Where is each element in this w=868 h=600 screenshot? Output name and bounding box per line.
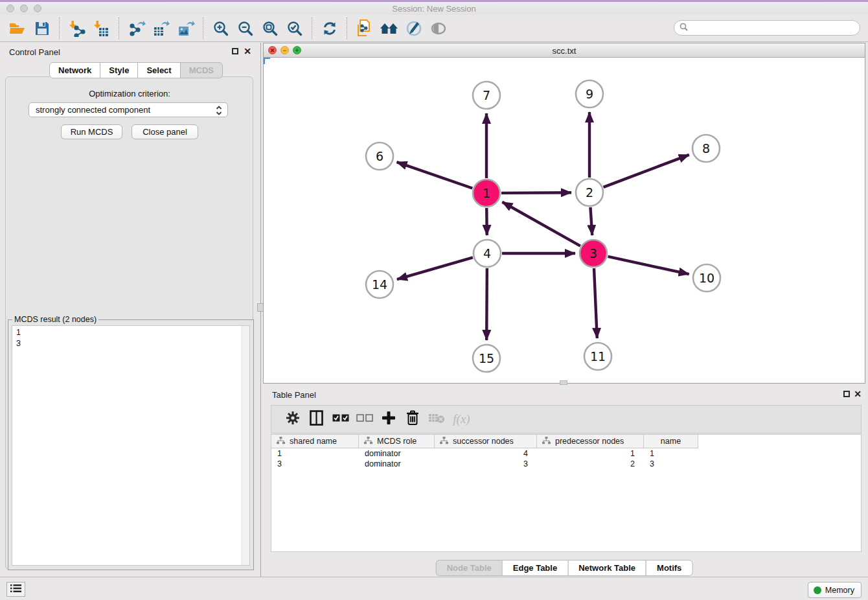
column-sort-icon [277,437,285,446]
optimization-criterion-label: Optimization criterion: [0,89,259,98]
criterion-dropdown[interactable]: strongly connected component [29,102,228,117]
main-toolbar [0,15,868,42]
column-label: successor nodes [453,437,514,446]
graph-node-label: 7 [483,88,490,102]
tab-mcds[interactable]: MCDS [180,62,223,78]
graph-edge-3-1[interactable] [502,202,580,246]
delete-column-button[interactable] [400,410,424,429]
table-cell[interactable]: 2 [537,459,644,469]
style-paint-button[interactable] [402,17,426,40]
select-all-columns-button[interactable] [328,410,352,429]
import-network-icon [69,20,86,37]
node-table: shared nameMCDS rolesuccessor nodesprede… [271,434,862,552]
column-sort-icon [364,437,372,446]
mcds-result-title: MCDS result (2 nodes) [12,315,98,324]
column-label: name [661,437,681,446]
control-panel: Control Panel ✕ NetworkStyleSelectMCDS O… [0,43,259,577]
graph-edge-3-10[interactable] [608,257,689,274]
close-panel-button[interactable]: Close panel [131,124,198,139]
table-panel: Table Panel ✕ [263,386,865,577]
result-line: 3 [16,338,249,349]
memory-button[interactable]: Memory [808,582,862,598]
export-network-button[interactable] [124,17,149,40]
table-tab-motifs[interactable]: Motifs [646,560,692,576]
table-cell[interactable]: 3 [435,459,537,469]
search-input[interactable] [691,21,860,34]
export-image-icon [177,20,195,37]
zoom-selected-button[interactable] [282,17,307,40]
export-image-button[interactable] [174,17,198,40]
eye-icon [430,21,447,36]
table-cell[interactable]: 4 [435,448,537,459]
table-cell[interactable]: 1 [537,448,644,459]
mcds-result-lines: 13 [12,326,249,349]
export-table-icon [153,20,170,37]
first-neighbors-button[interactable] [377,17,402,40]
column-header-name[interactable]: name [644,435,698,448]
close-panel-icon[interactable]: ✕ [244,46,251,56]
float-table-panel-icon[interactable] [843,391,850,397]
table-tab-edge-table[interactable]: Edge Table [502,560,568,576]
table-cell[interactable]: 1 [644,448,698,459]
zoom-selected-icon [286,20,303,37]
column-header-shared-name[interactable]: shared name [271,435,359,448]
list-icon [10,584,21,595]
delete-table-button[interactable] [424,410,448,429]
clone-network-icon [356,19,373,38]
table-cell[interactable]: 3 [644,459,698,469]
function-builder-button[interactable]: f(x) [448,410,472,429]
graph-edge-1-6[interactable] [396,162,472,188]
tab-network[interactable]: Network [49,62,100,78]
import-network-button[interactable] [65,17,89,40]
column-label: predecessor nodes [555,437,624,446]
close-table-panel-icon[interactable]: ✕ [854,389,862,399]
export-table-button[interactable] [149,17,174,40]
column-header-MCDS-role[interactable]: MCDS role [359,435,435,448]
trash-icon [406,410,419,428]
window-title: Session: New Session [0,4,868,14]
table-tab-network-table[interactable]: Network Table [567,560,646,576]
import-table-button[interactable] [89,17,114,40]
column-header-predecessor-nodes[interactable]: predecessor nodes [537,435,644,448]
table-cell[interactable]: 3 [271,459,359,469]
table-cell[interactable]: dominator [359,448,435,459]
table-tab-node-table[interactable]: Node Table [436,560,503,576]
horizontal-splitter-handle[interactable] [560,380,567,385]
apply-layout-button[interactable] [317,17,342,40]
hide-selected-button[interactable] [426,17,451,40]
mcds-result-box[interactable]: 13 [12,325,250,566]
graph-edge-2-8[interactable] [604,155,689,187]
clone-network-button[interactable] [352,17,377,40]
mcds-result-group: MCDS result (2 nodes) 13 [8,315,254,570]
network-canvas[interactable]: 1234678910111415 [264,58,865,383]
column-header-successor-nodes[interactable]: successor nodes [435,435,537,448]
graph-node-label: 2 [586,185,593,200]
graph-edge-4-14[interactable] [397,257,473,279]
graph-node-label: 14 [372,277,387,292]
open-session-button[interactable] [5,17,30,40]
tab-select[interactable]: Select [137,62,180,78]
toolbar-separator [203,17,204,40]
memory-status-icon [814,586,821,594]
table-toolbar: f(x) [271,405,862,433]
zoom-in-button[interactable] [209,17,233,40]
graph-edge-3-11[interactable] [594,268,597,338]
show-panels-button[interactable] [6,582,25,597]
table-cell[interactable]: dominator [359,459,435,469]
create-column-button[interactable] [376,410,400,429]
deselect-all-columns-button[interactable] [352,410,376,429]
result-scrollbar[interactable] [242,326,249,565]
table-settings-button[interactable] [280,410,304,429]
tab-style[interactable]: Style [100,62,138,78]
graph-edge-1-2[interactable] [501,192,571,193]
toggle-panel-layout-button[interactable] [304,410,328,429]
search-icon [680,22,688,34]
save-session-button[interactable] [30,17,54,40]
run-mcds-button[interactable]: Run MCDS [61,124,122,139]
graph-edge-4-15[interactable] [486,268,487,340]
zoom-fit-button[interactable] [258,17,282,40]
graph-edge-2-3[interactable] [590,207,592,235]
float-panel-icon[interactable] [232,48,238,54]
zoom-out-button[interactable] [233,17,258,40]
table-cell[interactable]: 1 [271,448,359,459]
